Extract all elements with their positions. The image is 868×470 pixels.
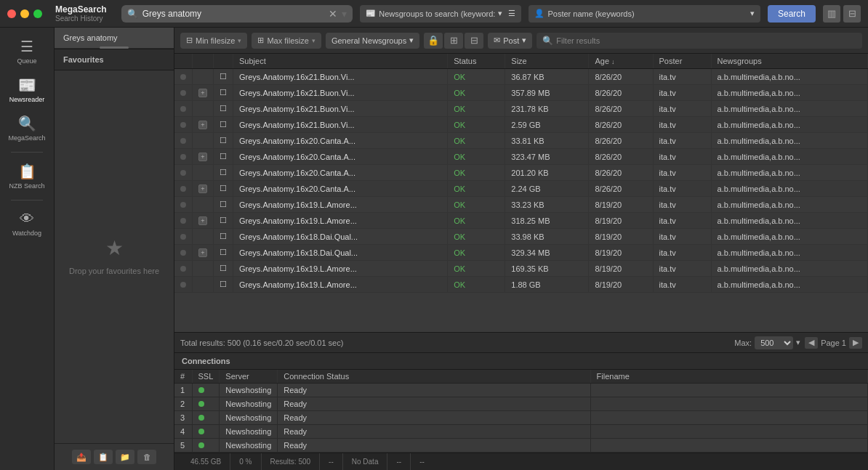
check-cell[interactable]: ☐ bbox=[214, 261, 233, 277]
check-cell[interactable]: ☐ bbox=[214, 213, 233, 229]
row-dot-cell bbox=[174, 85, 193, 101]
sidebar-item-watchdog[interactable]: 👁 Watchdog bbox=[4, 206, 50, 241]
check-cell[interactable]: ☐ bbox=[214, 229, 233, 245]
check-cell[interactable]: ☐ bbox=[214, 85, 233, 101]
table-row[interactable]: ☐ Greys.Anatomy.16x18.Dai.Qual... OK 33.… bbox=[174, 229, 868, 245]
newsgroups-dropdown[interactable]: 📰 Newsgroups to search (keyword: ▾ ☰ bbox=[360, 5, 521, 23]
check-cell[interactable]: ☐ bbox=[214, 69, 233, 85]
expand-cell[interactable] bbox=[193, 69, 214, 85]
newsgroups-cell: a.b.multimedia,a.b.no... bbox=[711, 165, 867, 181]
check-cell[interactable]: ☐ bbox=[214, 101, 233, 117]
table-row[interactable]: + ☐ Greys.Anatomy.16x21.Buon.Vi... OK 35… bbox=[174, 85, 868, 101]
expand-cell[interactable] bbox=[193, 197, 214, 213]
newsgroup-dropdown[interactable]: General Newsgroups ▾ bbox=[326, 33, 419, 49]
sidebar-item-megasearch[interactable]: 🔍 MegaSearch bbox=[4, 110, 50, 146]
expand-cell[interactable]: + bbox=[193, 181, 214, 197]
panel-delete-button[interactable]: 🗑 bbox=[137, 450, 156, 464]
lock-icon-btn[interactable]: 🔒 bbox=[424, 33, 443, 49]
expand-button[interactable]: + bbox=[198, 89, 207, 97]
sidebar-item-queue[interactable]: ☰ Queue bbox=[4, 33, 50, 69]
expand-cell[interactable] bbox=[193, 133, 214, 149]
min-filesize-dropdown[interactable]: ⊟ Min filesize ▾ bbox=[180, 33, 247, 49]
expand-cell[interactable] bbox=[193, 261, 214, 277]
col-size[interactable]: Size bbox=[505, 54, 589, 69]
table-row[interactable]: + ☐ Greys.Anatomy.16x21.Buon.Vi... OK 2.… bbox=[174, 117, 868, 133]
expand-button[interactable]: + bbox=[198, 248, 207, 257]
table-row[interactable]: + ☐ Greys.Anatomy.16x20.Canta.A... OK 2.… bbox=[174, 181, 868, 197]
max-select[interactable]: 500 100 250 1000 bbox=[755, 336, 793, 349]
check-cell[interactable]: ☐ bbox=[214, 181, 233, 197]
status-cell: OK bbox=[448, 69, 505, 85]
table-row[interactable]: ☐ Greys.Anatomy.16x19.L.Amore... OK 33.2… bbox=[174, 197, 868, 213]
expand-cell[interactable] bbox=[193, 229, 214, 245]
split-view-button[interactable]: ⊟ bbox=[843, 5, 861, 23]
expand-button[interactable]: + bbox=[198, 153, 207, 161]
check-cell[interactable]: ☐ bbox=[214, 197, 233, 213]
prev-page-button[interactable]: ◀ bbox=[805, 337, 818, 349]
table-row[interactable]: + ☐ Greys.Anatomy.16x20.Canta.A... OK 32… bbox=[174, 149, 868, 165]
table-row[interactable]: ☐ Greys.Anatomy.16x20.Canta.A... OK 201.… bbox=[174, 165, 868, 181]
sidebar-item-newsreader[interactable]: 📰 Newsreader bbox=[4, 72, 50, 108]
expand-button[interactable]: + bbox=[198, 121, 207, 129]
panel-add-button[interactable]: 📤 bbox=[72, 450, 91, 464]
results-table: Subject Status Size Age ↓ Poster Newsgro… bbox=[174, 54, 868, 293]
left-panel: Greys anatomy Favourites ★ Drop your fav… bbox=[55, 28, 174, 470]
icon-btn-group: 🔒 ⊞ ⊟ bbox=[424, 33, 483, 49]
check-cell[interactable]: ☐ bbox=[214, 165, 233, 181]
table-row[interactable]: + ☐ Greys.Anatomy.16x19.L.Amore... OK 31… bbox=[174, 213, 868, 229]
close-button[interactable] bbox=[7, 9, 16, 18]
panel-folder-button[interactable]: 📁 bbox=[116, 450, 134, 464]
expand-cell[interactable] bbox=[193, 101, 214, 117]
expand-button[interactable]: + bbox=[198, 216, 207, 225]
col-newsgroups[interactable]: Newsgroups bbox=[711, 54, 867, 69]
max-filesize-dropdown[interactable]: ⊞ Max filesize ▾ bbox=[252, 33, 321, 49]
check-cell[interactable]: ☐ bbox=[214, 117, 233, 133]
expand-button[interactable]: + bbox=[198, 185, 207, 193]
post-dropdown[interactable]: ✉ Post ▾ bbox=[488, 33, 532, 49]
table-row[interactable]: ☐ Greys.Anatomy.16x19.L.Amore... OK 1.88… bbox=[174, 277, 868, 293]
search-input[interactable] bbox=[142, 9, 325, 19]
table-row[interactable]: ☐ Greys.Anatomy.16x19.L.Amore... OK 169.… bbox=[174, 261, 868, 277]
newsgroups-cell: a.b.multimedia,a.b.no... bbox=[711, 85, 867, 101]
clear-search-icon[interactable]: ✕ bbox=[329, 8, 337, 20]
check-cell[interactable]: ☐ bbox=[214, 245, 233, 261]
table-row[interactable]: ☐ Greys.Anatomy.16x20.Canta.A... OK 33.8… bbox=[174, 133, 868, 149]
check-cell[interactable]: ☐ bbox=[214, 133, 233, 149]
col-poster[interactable]: Poster bbox=[653, 54, 711, 69]
col-age[interactable]: Age ↓ bbox=[589, 54, 653, 69]
view-icon-btn[interactable]: ⊟ bbox=[465, 33, 483, 49]
check-cell[interactable]: ☐ bbox=[214, 149, 233, 165]
history-item[interactable]: Greys anatomy bbox=[55, 28, 174, 49]
sidebar-item-nzbsearch[interactable]: 📋 NZB Search bbox=[4, 158, 50, 194]
app-title-block: MegaSearch Search History bbox=[55, 4, 107, 23]
table-row[interactable]: + ☐ Greys.Anatomy.16x18.Dai.Qual... OK 3… bbox=[174, 245, 868, 261]
filter-magnify-icon: 🔍 bbox=[542, 36, 553, 46]
table-row[interactable]: ☐ Greys.Anatomy.16x21.Buon.Vi... OK 231.… bbox=[174, 101, 868, 117]
newsgroups-cell: a.b.multimedia,a.b.no... bbox=[711, 181, 867, 197]
poster-dropdown[interactable]: 👤 Poster name (keywords) ▾ bbox=[529, 5, 760, 23]
expand-cell[interactable] bbox=[193, 277, 214, 293]
expand-cell[interactable]: + bbox=[193, 117, 214, 133]
check-cell[interactable]: ☐ bbox=[214, 277, 233, 293]
expand-cell[interactable] bbox=[193, 165, 214, 181]
expand-cell[interactable]: + bbox=[193, 245, 214, 261]
expand-cell[interactable]: + bbox=[193, 85, 214, 101]
search-button[interactable]: Search bbox=[768, 5, 816, 23]
maximize-button[interactable] bbox=[33, 9, 42, 18]
size-cell: 201.20 KB bbox=[505, 165, 589, 181]
expand-cell[interactable]: + bbox=[193, 149, 214, 165]
col-subject[interactable]: Subject bbox=[233, 54, 448, 69]
post-chevron: ▾ bbox=[522, 36, 526, 45]
connections-panel: Connections # SSL Server Connection Stat… bbox=[174, 352, 868, 453]
next-page-button[interactable]: ▶ bbox=[849, 337, 862, 349]
minimize-button[interactable] bbox=[20, 9, 29, 18]
table-row[interactable]: ☐ Greys.Anatomy.16x21.Buon.Vi... OK 36.8… bbox=[174, 69, 868, 85]
filter-results-field[interactable]: 🔍 Filter results bbox=[537, 33, 862, 49]
col-status[interactable]: Status bbox=[448, 54, 505, 69]
column-view-button[interactable]: ▥ bbox=[823, 5, 840, 23]
bottom-status-bar: 46.55 GB 0 % Results: 500 -- No Data -- … bbox=[174, 453, 868, 470]
subject-cell: Greys.Anatomy.16x20.Canta.A... bbox=[233, 149, 448, 165]
grid-icon-btn[interactable]: ⊞ bbox=[444, 33, 463, 49]
panel-edit-button[interactable]: 📋 bbox=[94, 450, 113, 464]
expand-cell[interactable]: + bbox=[193, 213, 214, 229]
